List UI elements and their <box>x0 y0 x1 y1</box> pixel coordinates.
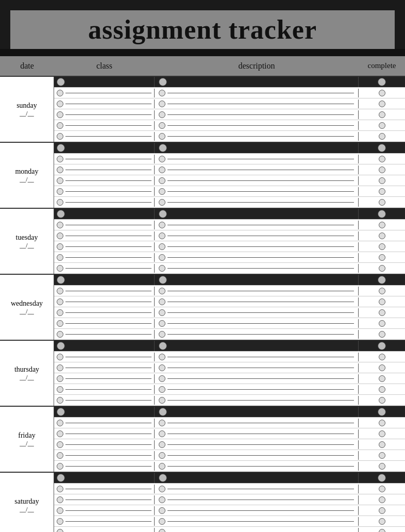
complete-circle[interactable] <box>379 90 385 96</box>
complete-circle[interactable] <box>379 452 385 459</box>
desc-circle[interactable] <box>159 331 165 338</box>
circle-dark[interactable] <box>159 408 167 416</box>
desc-circle[interactable] <box>159 177 165 184</box>
complete-circle[interactable] <box>379 320 385 327</box>
desc-circle[interactable] <box>159 167 165 173</box>
complete-circle[interactable] <box>379 288 385 294</box>
complete-circle[interactable] <box>379 222 385 228</box>
desc-circle[interactable] <box>159 222 165 228</box>
desc-circle[interactable] <box>159 298 165 305</box>
complete-circle[interactable] <box>379 243 385 250</box>
class-circle[interactable] <box>57 430 63 437</box>
complete-circle[interactable] <box>379 309 385 316</box>
circle-dark[interactable] <box>159 78 167 86</box>
class-circle[interactable] <box>57 496 63 503</box>
desc-circle[interactable] <box>159 397 165 404</box>
desc-circle[interactable] <box>159 90 165 96</box>
class-circle[interactable] <box>57 375 63 382</box>
class-circle[interactable] <box>57 111 63 118</box>
circle-dark[interactable] <box>57 78 65 86</box>
circle-dark[interactable] <box>159 276 167 284</box>
circle-dark[interactable] <box>159 210 167 218</box>
circle-dark[interactable] <box>57 342 65 350</box>
class-circle[interactable] <box>57 232 63 239</box>
class-circle[interactable] <box>57 222 63 228</box>
class-circle[interactable] <box>57 298 63 305</box>
desc-circle[interactable] <box>159 529 165 532</box>
desc-circle[interactable] <box>159 232 165 239</box>
class-circle[interactable] <box>57 265 63 272</box>
circle-dark[interactable] <box>378 276 386 284</box>
class-circle[interactable] <box>57 320 63 327</box>
desc-circle[interactable] <box>159 354 165 360</box>
desc-circle[interactable] <box>159 133 165 140</box>
complete-circle[interactable] <box>379 463 385 470</box>
desc-circle[interactable] <box>159 243 165 250</box>
complete-circle[interactable] <box>379 331 385 338</box>
complete-circle[interactable] <box>379 507 385 514</box>
desc-circle[interactable] <box>159 188 165 195</box>
complete-circle[interactable] <box>379 354 385 360</box>
class-circle[interactable] <box>57 529 63 532</box>
desc-circle[interactable] <box>159 101 165 107</box>
class-circle[interactable] <box>57 288 63 294</box>
complete-circle[interactable] <box>379 167 385 173</box>
desc-circle[interactable] <box>159 122 165 129</box>
desc-circle[interactable] <box>159 507 165 514</box>
desc-circle[interactable] <box>159 496 165 503</box>
class-circle[interactable] <box>57 441 63 448</box>
desc-circle[interactable] <box>159 452 165 459</box>
complete-circle[interactable] <box>379 188 385 195</box>
class-circle[interactable] <box>57 167 63 173</box>
class-circle[interactable] <box>57 452 63 459</box>
class-circle[interactable] <box>57 386 63 393</box>
desc-circle[interactable] <box>159 254 165 261</box>
complete-circle[interactable] <box>379 232 385 239</box>
circle-dark[interactable] <box>159 474 167 482</box>
class-circle[interactable] <box>57 420 63 426</box>
class-circle[interactable] <box>57 188 63 195</box>
desc-circle[interactable] <box>159 386 165 393</box>
desc-circle[interactable] <box>159 364 165 371</box>
circle-dark[interactable] <box>378 78 386 86</box>
class-circle[interactable] <box>57 309 63 316</box>
complete-circle[interactable] <box>379 133 385 140</box>
complete-circle[interactable] <box>379 420 385 426</box>
complete-circle[interactable] <box>379 199 385 206</box>
desc-circle[interactable] <box>159 288 165 294</box>
class-circle[interactable] <box>57 518 63 525</box>
circle-dark[interactable] <box>159 342 167 350</box>
complete-circle[interactable] <box>379 529 385 532</box>
class-circle[interactable] <box>57 243 63 250</box>
class-circle[interactable] <box>57 463 63 470</box>
desc-circle[interactable] <box>159 486 165 492</box>
class-circle[interactable] <box>57 397 63 404</box>
desc-circle[interactable] <box>159 518 165 525</box>
desc-circle[interactable] <box>159 199 165 206</box>
class-circle[interactable] <box>57 254 63 261</box>
circle-dark[interactable] <box>378 144 386 152</box>
class-circle[interactable] <box>57 199 63 206</box>
class-circle[interactable] <box>57 177 63 184</box>
complete-circle[interactable] <box>379 156 385 162</box>
desc-circle[interactable] <box>159 156 165 162</box>
complete-circle[interactable] <box>379 101 385 107</box>
circle-dark[interactable] <box>378 210 386 218</box>
class-circle[interactable] <box>57 486 63 492</box>
complete-circle[interactable] <box>379 364 385 371</box>
circle-dark[interactable] <box>378 408 386 416</box>
complete-circle[interactable] <box>379 397 385 404</box>
desc-circle[interactable] <box>159 463 165 470</box>
complete-circle[interactable] <box>379 486 385 492</box>
class-circle[interactable] <box>57 133 63 140</box>
desc-circle[interactable] <box>159 265 165 272</box>
desc-circle[interactable] <box>159 430 165 437</box>
complete-circle[interactable] <box>379 111 385 118</box>
complete-circle[interactable] <box>379 122 385 129</box>
circle-dark[interactable] <box>378 474 386 482</box>
circle-dark[interactable] <box>57 408 65 416</box>
desc-circle[interactable] <box>159 111 165 118</box>
class-circle[interactable] <box>57 101 63 107</box>
circle-dark[interactable] <box>378 342 386 350</box>
circle-dark[interactable] <box>57 474 65 482</box>
